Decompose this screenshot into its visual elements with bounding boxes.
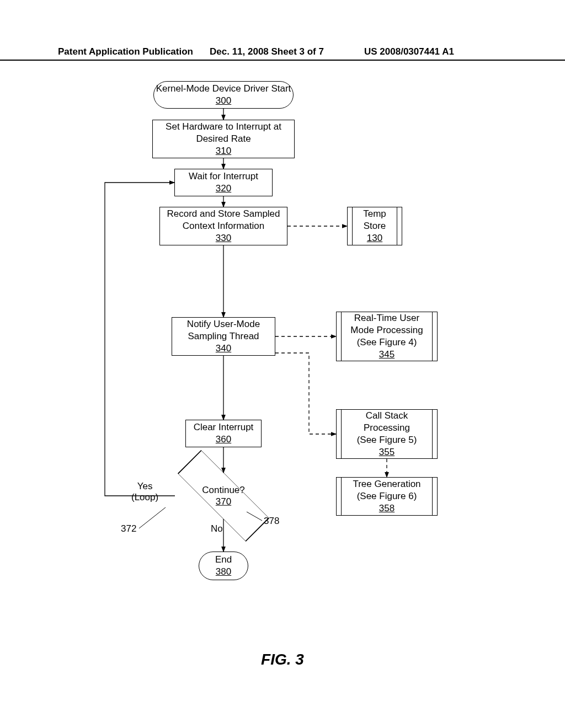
wait-ref: 320	[216, 183, 231, 195]
notify-l1: Notify User-Mode	[187, 318, 260, 330]
header-left: Patent Application Publication	[58, 46, 193, 57]
tree-l2: (See Figure 6)	[357, 490, 417, 502]
flowchart-decision-continue: Continue? 370	[196, 468, 251, 523]
temp-l1: Temp	[363, 208, 386, 220]
end-text: End	[215, 554, 232, 566]
flowchart-connectors	[0, 0, 565, 728]
callstack-l1: Call Stack	[366, 410, 408, 422]
flowchart-terminal-end: End 380	[199, 552, 248, 580]
end-ref: 380	[216, 566, 231, 578]
clear-text: Clear Interrupt	[194, 421, 254, 433]
start-ref: 300	[216, 95, 231, 107]
record-ref: 330	[216, 232, 231, 244]
callstack-l2: Processing	[364, 422, 410, 434]
label-ref-372: 372	[121, 523, 136, 534]
tree-l1: Tree Generation	[353, 478, 420, 490]
record-l1: Record and Store Sampled	[167, 208, 280, 220]
realtime-ref: 345	[379, 349, 395, 361]
label-yes: Yes (Loop)	[131, 481, 158, 503]
realtime-l3: (See Figure 4)	[357, 336, 417, 349]
flowchart-predef-temp-store: Temp Store 130	[347, 207, 402, 245]
header-mid: Dec. 11, 2008 Sheet 3 of 7	[210, 46, 324, 57]
label-ref-378: 378	[264, 516, 279, 527]
temp-ref: 130	[367, 232, 382, 244]
callstack-ref: 355	[379, 446, 395, 458]
notify-ref: 340	[216, 342, 231, 355]
callstack-l3: (See Figure 5)	[357, 434, 417, 446]
header-right: US 2008/0307441 A1	[364, 46, 454, 57]
header-rule	[0, 60, 565, 61]
flowchart-box-notify: Notify User-Mode Sampling Thread 340	[172, 317, 275, 356]
label-no: No	[211, 523, 223, 534]
realtime-l1: Real-Time User	[354, 312, 419, 324]
flowchart-predef-callstack: Call Stack Processing (See Figure 5) 355	[336, 409, 438, 459]
sethw-ref: 310	[216, 145, 231, 157]
notify-l2: Sampling Thread	[188, 330, 259, 342]
start-text: Kernel-Mode Device Driver Start	[156, 83, 291, 95]
figure-caption: FIG. 3	[0, 651, 565, 668]
decision-ref: 370	[202, 496, 245, 507]
flowchart-box-set-hardware: Set Hardware to Interrupt at Desired Rat…	[152, 120, 295, 158]
flowchart-box-record: Record and Store Sampled Context Informa…	[159, 207, 287, 245]
sethw-l1: Set Hardware to Interrupt at	[166, 121, 281, 133]
svg-line-10	[139, 507, 166, 528]
sethw-l2: Desired Rate	[196, 133, 250, 145]
wait-text: Wait for Interrupt	[189, 170, 258, 183]
record-l2: Context Information	[183, 220, 264, 232]
flowchart-box-wait: Wait for Interrupt 320	[174, 169, 273, 196]
decision-text: Continue?	[202, 484, 245, 496]
tree-ref: 358	[379, 502, 395, 515]
realtime-l2: Mode Processing	[350, 324, 423, 336]
flowchart-box-clear: Clear Interrupt 360	[185, 420, 262, 447]
flowchart-predef-realtime: Real-Time User Mode Processing (See Figu…	[336, 312, 438, 361]
clear-ref: 360	[216, 433, 231, 446]
flowchart-terminal-start: Kernel-Mode Device Driver Start 300	[153, 81, 294, 109]
flowchart-predef-tree: Tree Generation (See Figure 6) 358	[336, 477, 438, 516]
temp-l2: Store	[364, 220, 386, 232]
